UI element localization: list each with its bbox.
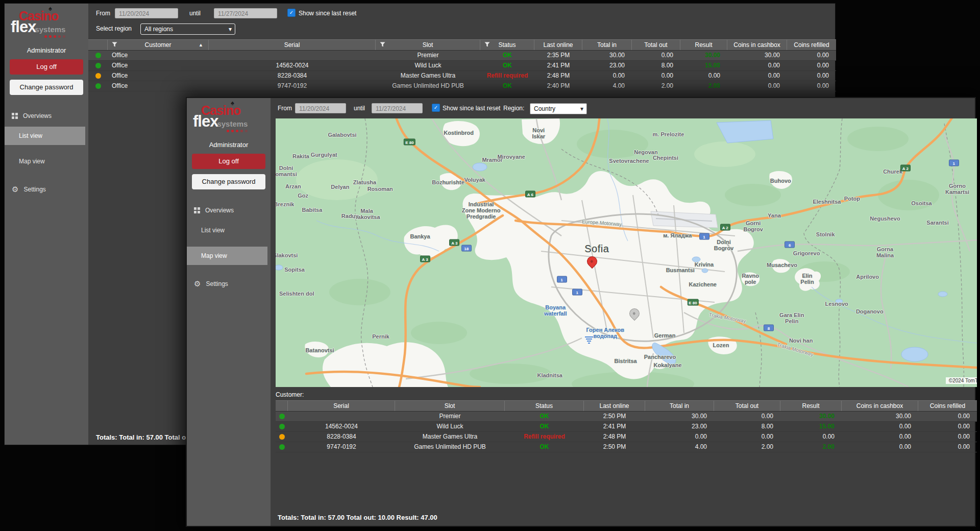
header-last-online[interactable]: Last online (584, 401, 645, 411)
cell-last_online: 2:48 PM (584, 432, 645, 442)
header-total-in[interactable]: Total in (645, 401, 714, 411)
filter-icon[interactable] (380, 42, 385, 47)
map-town-label: Chepintsi (653, 155, 678, 161)
table-row[interactable]: 9747-0192Games Unlimited HD PUBOK2:50 PM… (276, 442, 977, 452)
sidebar-item-map-view[interactable]: Map view (5, 152, 85, 171)
cell-status: OK (505, 442, 584, 452)
table-row[interactable]: Office9747-0192Games Unlimited HD PUBOK2… (88, 81, 836, 91)
machines-table: Serial Slot Status Last online Total in … (276, 400, 977, 452)
header-customer[interactable]: Customer ▲ (108, 40, 209, 50)
sidebar-item-list-view[interactable]: List view (5, 127, 85, 145)
map-town-label: Stolnik (816, 231, 835, 237)
change-password-button[interactable]: Change password (192, 174, 265, 189)
totals-text: Totals: Total in: 57.00 Total o (96, 433, 186, 441)
nav-settings[interactable]: ⚙ Settings (12, 186, 88, 193)
cell-total_out: 2.00 (632, 81, 680, 91)
status-dot-icon (279, 434, 285, 440)
map-canvas[interactable]: GalabovtsiKostinbrodNovi Iskarm. Prelozi… (276, 118, 977, 387)
sidebar-item-map-view[interactable]: Map view (187, 247, 267, 265)
nav-overviews[interactable]: Overviews (12, 112, 88, 119)
status-dot-icon (279, 424, 285, 429)
map-water-label: Горен Алеков водопад (586, 327, 624, 339)
header-serial[interactable]: Serial (209, 40, 376, 50)
header-result[interactable]: Result (780, 401, 842, 411)
header-coins-refilled[interactable]: Coins refilled (918, 401, 977, 411)
nav-settings[interactable]: ⚙ Settings (194, 280, 271, 287)
map-town-label: Pancharevo (644, 354, 676, 360)
table-row[interactable]: 14562-0024Wild LuckOK2:41 PM23.008.0015.… (276, 422, 977, 432)
cell-last_online: 2:41 PM (534, 61, 582, 70)
show-since-reset-checkbox[interactable]: ✓ (432, 104, 440, 112)
nav-overviews[interactable]: Overviews (194, 207, 271, 214)
cell-serial: 9747-0192 (209, 81, 376, 91)
filter-icon[interactable] (112, 42, 117, 47)
chevron-down-icon: ▾ (580, 104, 583, 114)
cell-result: 15.00 (780, 422, 842, 431)
status-dot-icon (279, 444, 285, 450)
status-dot-icon (95, 73, 101, 79)
map-town-label: Yana (768, 212, 781, 219)
table-row[interactable]: 8228-0384Master Games UltraRefill requir… (276, 432, 977, 442)
cell-coins_refilled: 0.00 (918, 412, 977, 421)
table-header-row: Serial Slot Status Last online Total in … (276, 400, 977, 412)
cell-total_in: 23.00 (582, 61, 632, 70)
header-slot[interactable]: Slot (395, 401, 505, 411)
header-slot[interactable]: Slot (376, 40, 480, 50)
map-town-label: Sarantsi (926, 220, 948, 226)
cell-serial: 8228-0384 (209, 71, 376, 81)
road-shield-icon: 1 (949, 159, 959, 166)
map-town-label: Slakovtsi (276, 252, 298, 258)
cell-total_in: 23.00 (645, 422, 714, 431)
status-dot-cell (276, 442, 288, 452)
log-off-button[interactable]: Log off (10, 59, 83, 75)
nav-overviews-label: Overviews (205, 207, 234, 214)
sidebar-item-list-view[interactable]: List view (187, 221, 267, 239)
road-shield-icon: 6 (785, 242, 795, 248)
from-date-input[interactable]: 11/20/2024 (295, 103, 346, 113)
region-select[interactable]: All regions ▾ (140, 23, 235, 35)
sort-asc-icon[interactable]: ▲ (199, 40, 203, 50)
map-town-label: Arzan (285, 183, 301, 189)
cell-serial: 8228-0384 (288, 432, 395, 442)
header-status[interactable]: Status (480, 40, 534, 50)
user-role: Administrator (187, 141, 271, 149)
cell-total_out: 0.00 (632, 71, 680, 81)
table-row[interactable]: PremierOK2:50 PM30.000.0030.0030.000.00 (276, 412, 977, 422)
header-status-dot[interactable] (276, 401, 288, 411)
from-date-input[interactable]: 11/20/2024 (115, 8, 178, 18)
header-coins-refilled-label: Coins refilled (930, 402, 965, 409)
header-total-out[interactable]: Total out (714, 401, 780, 411)
cell-coins_refilled: 0.00 (787, 81, 836, 91)
header-total-in[interactable]: Total in (582, 40, 632, 50)
road-shield-icon: 8 (764, 324, 774, 331)
header-serial-label: Serial (333, 402, 349, 409)
cell-serial: 9747-0192 (288, 442, 395, 452)
cell-status: Refill required (505, 432, 584, 442)
header-status-dot[interactable] (88, 40, 108, 50)
region-select[interactable]: Country ▾ (530, 103, 587, 114)
header-coins-in-cashbox[interactable]: Coins in cashbox (842, 401, 918, 411)
change-password-button[interactable]: Change password (10, 80, 83, 95)
header-status[interactable]: Status (505, 401, 584, 411)
cell-coins_refilled: 0.00 (918, 422, 977, 431)
table-row[interactable]: OfficePremierOK2:35 PM30.000.0030.0030.0… (88, 51, 836, 61)
table-row[interactable]: Office8228-0384Master Games UltraRefill … (88, 71, 836, 81)
header-serial[interactable]: Serial (288, 401, 395, 411)
cell-total_in: 0.00 (645, 432, 714, 442)
until-date-input[interactable]: 11/27/2024 (214, 8, 277, 18)
cell-result: 15.00 (680, 61, 727, 70)
header-coins-refilled[interactable]: Coins refilled (787, 40, 836, 50)
header-result[interactable]: Result (680, 40, 727, 50)
header-total-out[interactable]: Total out (632, 40, 680, 50)
filter-icon[interactable] (484, 42, 490, 47)
map-town-label: Eleshnitsa (813, 199, 841, 205)
region-label: Region: (503, 103, 524, 114)
header-coins-in-cashbox[interactable]: Coins in cashbox (727, 40, 787, 50)
header-last-online[interactable]: Last online (534, 40, 582, 50)
table-row[interactable]: Office14562-0024Wild LuckOK2:41 PM23.008… (88, 61, 836, 71)
status-dot-cell (276, 412, 288, 421)
show-since-reset-checkbox[interactable]: ✓ (287, 9, 296, 17)
until-date-input[interactable]: 11/27/2024 (372, 103, 423, 113)
map-town-label: Lozen (713, 342, 729, 348)
log-off-button[interactable]: Log off (192, 154, 265, 169)
